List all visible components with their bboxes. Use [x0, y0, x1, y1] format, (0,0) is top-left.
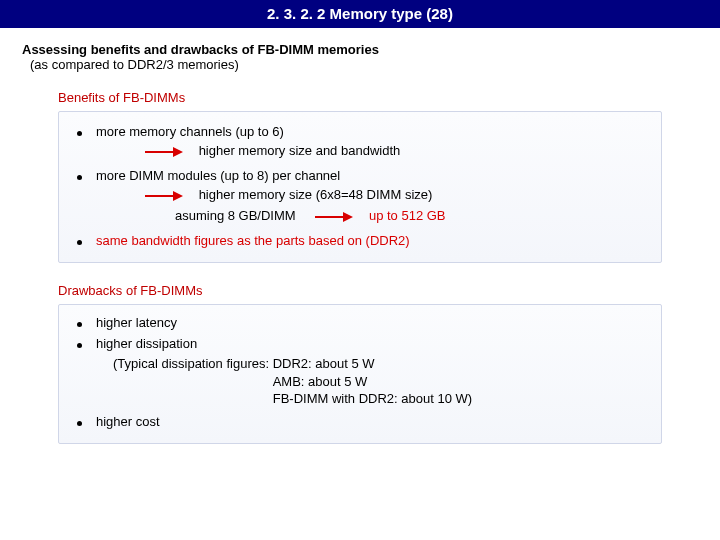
dissipation-figures: (Typical dissipation figures: DDR2: abou…: [113, 355, 647, 408]
benefit-item-1: more memory channels (up to 6): [77, 124, 647, 139]
benefit-2-arrow-text: higher memory size (6x8=48 DIMM size): [199, 187, 433, 202]
drawbacks-panel: higher latency higher dissipation (Typic…: [58, 304, 662, 444]
benefit-item-3: same bandwidth figures as the parts base…: [77, 233, 647, 248]
drawback-item-3: higher cost: [77, 414, 647, 429]
heading-block: Assessing benefits and drawbacks of FB-D…: [22, 42, 720, 72]
arrow-icon: [145, 191, 185, 201]
benefit-1-text: more memory channels (up to 6): [96, 124, 284, 139]
benefits-panel: more memory channels (up to 6) higher me…: [58, 111, 662, 263]
benefit-2-consequence: higher memory size (6x8=48 DIMM size): [145, 187, 647, 202]
drawback-3-text: higher cost: [96, 414, 160, 429]
dissipation-line-2: AMB: about 5 W: [273, 374, 368, 389]
drawback-item-2: higher dissipation: [77, 336, 647, 351]
bullet-icon: [77, 131, 82, 136]
dissipation-label: (Typical dissipation figures:: [113, 356, 269, 371]
heading-sub: (as compared to DDR2/3 memories): [30, 57, 720, 72]
slide-title: 2. 3. 2. 2 Memory type (28): [267, 5, 453, 22]
benefit-3-text: same bandwidth figures as the parts base…: [96, 233, 410, 248]
dissipation-line-3: FB-DIMM with DDR2: about 10 W): [273, 391, 472, 406]
arrow-icon: [315, 212, 355, 222]
benefit-2-assume: asuming 8 GB/DIMM: [175, 208, 296, 223]
benefit-1-arrow-text: higher memory size and bandwidth: [199, 143, 401, 158]
drawback-1-text: higher latency: [96, 315, 177, 330]
drawback-2-text: higher dissipation: [96, 336, 197, 351]
dissipation-line-1: DDR2: about 5 W: [273, 356, 375, 371]
benefit-1-consequence: higher memory size and bandwidth: [145, 143, 647, 158]
benefit-2-result: up to 512 GB: [369, 208, 446, 223]
arrow-icon: [145, 147, 185, 157]
bullet-icon: [77, 240, 82, 245]
drawbacks-title: Drawbacks of FB-DIMMs: [58, 283, 720, 298]
benefit-2-text: more DIMM modules (up to 8) per channel: [96, 168, 340, 183]
benefit-2-assumption-row: asuming 8 GB/DIMM up to 512 GB: [175, 208, 647, 223]
bullet-icon: [77, 343, 82, 348]
bullet-icon: [77, 322, 82, 327]
slide-title-bar: 2. 3. 2. 2 Memory type (28): [0, 0, 720, 28]
benefit-item-2: more DIMM modules (up to 8) per channel: [77, 168, 647, 183]
drawback-item-1: higher latency: [77, 315, 647, 330]
heading-bold: Assessing benefits and drawbacks of FB-D…: [22, 42, 379, 57]
bullet-icon: [77, 421, 82, 426]
bullet-icon: [77, 175, 82, 180]
benefits-title: Benefits of FB-DIMMs: [58, 90, 720, 105]
